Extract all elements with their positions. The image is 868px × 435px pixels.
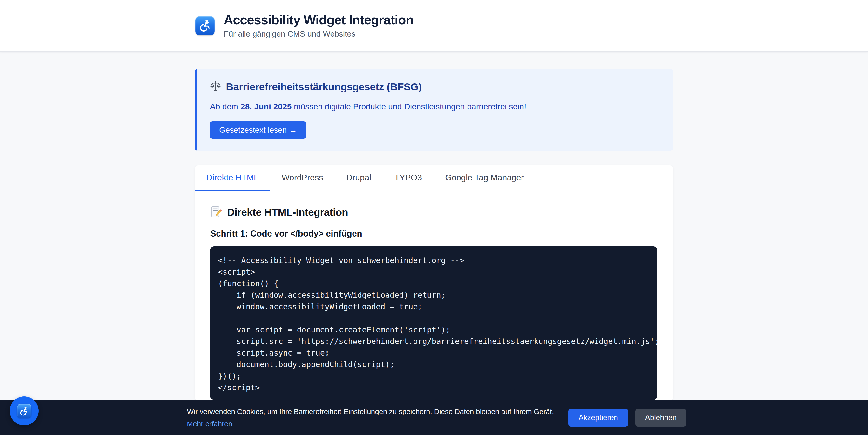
tab-direkte-html[interactable]: Direkte HTML xyxy=(195,165,270,191)
decline-cookies-button[interactable]: Ablehnen xyxy=(635,409,686,427)
bfsg-info-box: Barrierefreiheitsstärkungsgesetz (BFSG) … xyxy=(195,69,673,150)
tab-google-tag-manager[interactable]: Google Tag Manager xyxy=(434,165,535,191)
tab-label: Drupal xyxy=(346,173,371,182)
tab-typo3[interactable]: TYPO3 xyxy=(383,165,434,191)
card-body: Direkte HTML-Integration Schritt 1: Code… xyxy=(195,191,673,401)
wheelchair-accessibility-icon xyxy=(17,404,31,418)
page-subtitle: Für alle gängigen CMS und Websites xyxy=(224,29,413,38)
code-snippet: <!-- Accessibility Widget von schwerbehi… xyxy=(218,255,650,393)
memo-icon xyxy=(210,206,222,219)
bfsg-title: Barrierefreiheitsstärkungsgesetz (BFSG) xyxy=(226,81,422,93)
bfsg-date: 28. Juni 2025 xyxy=(241,102,292,111)
integration-card: Direkte HTMLWordPressDrupalTYPO3Google T… xyxy=(195,165,673,401)
cookie-banner: Wir verwenden Cookies, um Ihre Barrieref… xyxy=(0,400,868,435)
step-title: Schritt 1: Code vor </body> einfügen xyxy=(210,229,658,239)
page: Accessibility Widget Integration Für all… xyxy=(0,0,868,435)
section-title-row: Direkte HTML-Integration xyxy=(210,206,658,219)
cookie-banner-inner: Wir verwenden Cookies, um Ihre Barrieref… xyxy=(187,400,681,435)
page-title: Accessibility Widget Integration xyxy=(224,13,413,27)
header-text: Accessibility Widget Integration Für all… xyxy=(224,13,413,38)
cookie-buttons: Akzeptieren Ablehnen xyxy=(568,409,686,427)
scales-of-justice-icon xyxy=(210,81,221,93)
learn-more-link[interactable]: Mehr erfahren xyxy=(187,420,232,428)
tab-wordpress[interactable]: WordPress xyxy=(270,165,335,191)
cookie-message: Wir verwenden Cookies, um Ihre Barrieref… xyxy=(187,407,554,416)
tab-drupal[interactable]: Drupal xyxy=(335,165,383,191)
section-title: Direkte HTML-Integration xyxy=(227,206,348,218)
header: Accessibility Widget Integration Für all… xyxy=(0,0,868,52)
accept-cookies-button[interactable]: Akzeptieren xyxy=(568,409,628,427)
app-logo xyxy=(195,16,215,35)
bfsg-title-row: Barrierefreiheitsstärkungsgesetz (BFSG) xyxy=(210,81,660,93)
bfsg-text-prefix: Ab dem xyxy=(210,102,241,111)
tab-label: Google Tag Manager xyxy=(445,173,524,182)
wheelchair-accessibility-icon xyxy=(198,19,212,33)
accessibility-widget-button[interactable] xyxy=(10,397,38,425)
tab-label: Direkte HTML xyxy=(207,173,258,182)
bfsg-text-suffix: müssen digitale Produkte und Dienstleist… xyxy=(291,102,526,111)
tab-label: TYPO3 xyxy=(394,173,422,182)
read-law-button[interactable]: Gesetzestext lesen → xyxy=(210,122,306,139)
tab-bar: Direkte HTMLWordPressDrupalTYPO3Google T… xyxy=(195,165,673,191)
cookie-text: Wir verwenden Cookies, um Ihre Barrieref… xyxy=(187,407,554,428)
tab-label: WordPress xyxy=(282,173,323,182)
bfsg-text: Ab dem 28. Juni 2025 müssen digitale Pro… xyxy=(210,102,660,111)
code-block: <!-- Accessibility Widget von schwerbehi… xyxy=(210,246,657,400)
